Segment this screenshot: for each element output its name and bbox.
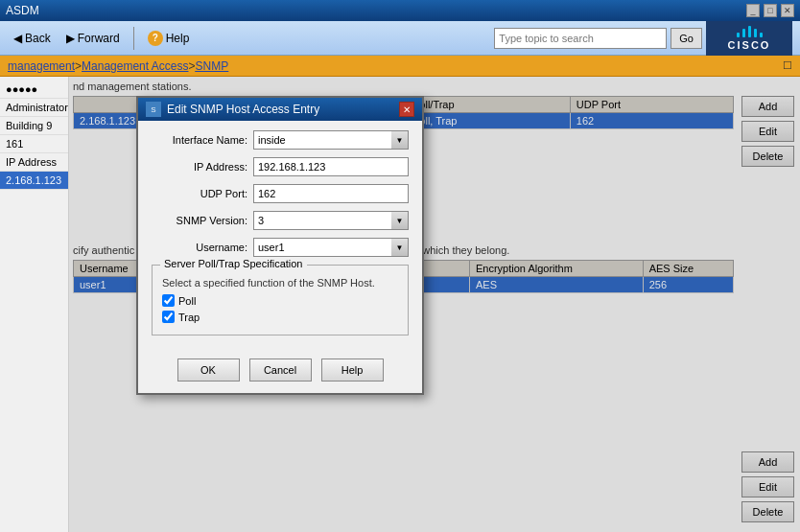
forward-arrow-icon: ▶ — [66, 32, 75, 45]
interface-name-select-wrapper: inside ▼ — [253, 130, 409, 150]
minimize-button[interactable]: _ — [746, 4, 760, 17]
ip-address-input[interactable] — [253, 157, 409, 176]
dialog-overlay: S Edit SNMP Host Access Entry ✕ Interfac… — [69, 77, 800, 532]
interface-name-row: Interface Name: inside ▼ — [152, 130, 409, 150]
sidebar-item-161[interactable]: 161 — [0, 135, 68, 153]
main-area: ●●●●● Administrator Building 9 161 IP Ad… — [0, 77, 800, 532]
close-button[interactable]: ✕ — [781, 4, 794, 17]
title-bar: ASDM _ □ ✕ — [0, 0, 800, 21]
udp-port-row: UDP Port: — [152, 184, 409, 203]
udp-port-input[interactable] — [253, 184, 409, 203]
group-box-title: Server Poll/Trap Specification — [160, 258, 307, 269]
sidebar-item-building9[interactable]: Building 9 — [0, 117, 68, 135]
help-label: Help — [166, 32, 190, 45]
sidebar-item-dots[interactable]: ●●●●● — [0, 81, 68, 99]
server-poll-trap-group: Server Poll/Trap Specification Select a … — [152, 265, 409, 335]
sidebar-item-administrator[interactable]: Administrator — [0, 99, 68, 117]
go-button[interactable]: Go — [671, 28, 702, 49]
username-label: Username: — [152, 242, 247, 253]
content-area: nd management stations. Version Poll/Tra… — [69, 77, 800, 532]
cisco-logo: CISCO — [706, 21, 792, 56]
back-label: Back — [25, 32, 51, 45]
back-arrow-icon: ◀ — [13, 32, 22, 45]
help-icon: ? — [148, 31, 163, 46]
snmp-version-select[interactable]: 3 — [253, 211, 409, 230]
sidebar-item-ip[interactable]: 2.168.1.123 — [0, 172, 68, 190]
username-row: Username: user1 ▼ — [152, 238, 409, 257]
dialog-body: Interface Name: inside ▼ IP Address: — [138, 121, 422, 351]
forward-label: Forward — [78, 32, 120, 45]
snmp-version-select-wrapper: 3 ▼ — [253, 211, 409, 230]
cisco-label: CISCO — [728, 39, 771, 51]
ip-address-row: IP Address: — [152, 157, 409, 176]
interface-name-label: Interface Name: — [152, 134, 247, 146]
sidebar: ●●●●● Administrator Building 9 161 IP Ad… — [0, 77, 69, 532]
breadcrumb: management > Management Access > SNMP ☐ — [0, 56, 800, 77]
trap-label: Trap — [178, 312, 200, 323]
poll-checkbox-row: Poll — [162, 294, 398, 307]
snmp-version-row: SNMP Version: 3 ▼ — [152, 211, 409, 230]
dialog-title-area: S Edit SNMP Host Access Entry — [146, 102, 319, 117]
interface-name-select[interactable]: inside — [253, 130, 409, 150]
poll-label: Poll — [178, 295, 196, 307]
help-dialog-button[interactable]: Help — [321, 359, 384, 382]
maximize-button[interactable]: □ — [764, 4, 777, 17]
dialog-snmp-icon: S — [146, 102, 161, 117]
udp-port-label: UDP Port: — [152, 188, 247, 199]
edit-snmp-dialog: S Edit SNMP Host Access Entry ✕ Interfac… — [136, 96, 424, 395]
trap-checkbox[interactable] — [162, 311, 175, 323]
forward-button[interactable]: ▶ Forward — [60, 30, 126, 47]
breadcrumb-snmp[interactable]: SNMP — [195, 59, 228, 73]
trap-checkbox-row: Trap — [162, 311, 398, 323]
search-input[interactable] — [494, 28, 667, 49]
ip-address-label: IP Address: — [152, 161, 247, 173]
group-description: Select a specified function of the SNMP … — [162, 277, 398, 289]
snmp-version-label: SNMP Version: — [152, 215, 247, 226]
breadcrumb-management-access[interactable]: Management Access — [82, 59, 188, 73]
poll-checkbox[interactable] — [162, 294, 175, 307]
divider — [133, 27, 134, 50]
app-title: ASDM — [6, 4, 39, 17]
search-area: Go — [494, 28, 702, 49]
dialog-titlebar: S Edit SNMP Host Access Entry ✕ — [138, 98, 422, 121]
dialog-footer: OK Cancel Help — [138, 351, 422, 393]
dialog-close-button[interactable]: ✕ — [399, 102, 414, 117]
help-button[interactable]: ? Help — [142, 29, 196, 48]
cancel-button[interactable]: Cancel — [249, 359, 312, 382]
toolbar: ◀ Back ▶ Forward ? Help Go CISCO — [0, 21, 800, 56]
ok-button[interactable]: OK — [177, 359, 240, 382]
window-restore-icon[interactable]: ☐ — [783, 59, 792, 72]
sidebar-item-ipaddress[interactable]: IP Address — [0, 153, 68, 172]
dialog-title: Edit SNMP Host Access Entry — [167, 103, 319, 116]
breadcrumb-management[interactable]: management — [8, 59, 75, 73]
back-button[interactable]: ◀ Back — [8, 30, 57, 47]
username-select[interactable]: user1 — [253, 238, 409, 257]
username-select-wrapper: user1 ▼ — [253, 238, 409, 257]
window-controls: _ □ ✕ — [746, 4, 794, 17]
